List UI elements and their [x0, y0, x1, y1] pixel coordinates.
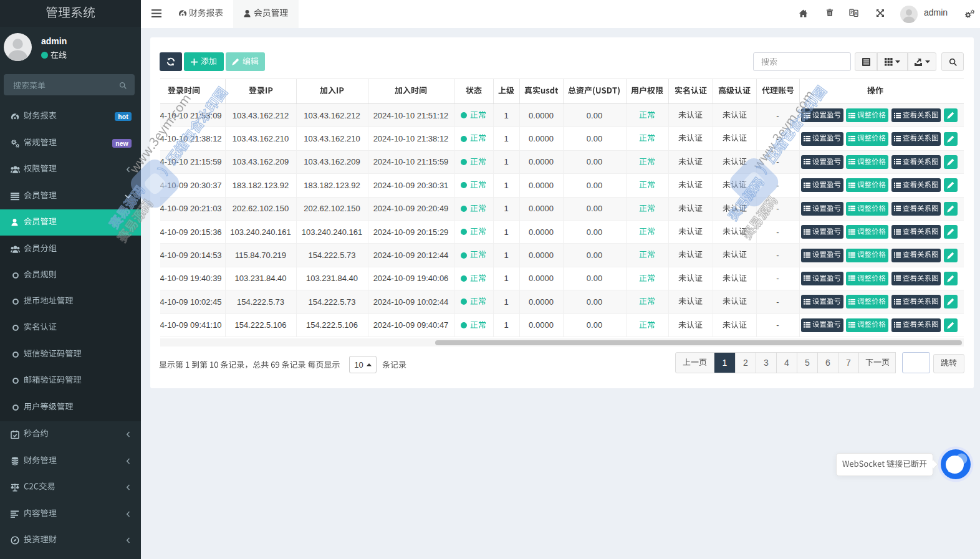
- svg-text:A: A: [854, 11, 857, 16]
